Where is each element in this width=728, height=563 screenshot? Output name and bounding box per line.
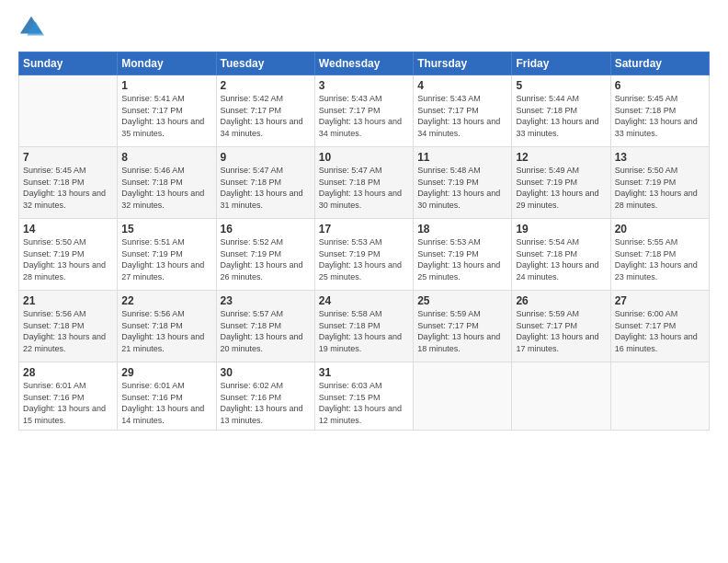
day-info: Sunrise: 5:51 AMSunset: 7:19 PMDaylight:… (121, 237, 204, 282)
day-number: 30 (221, 366, 311, 379)
day-number: 8 (121, 151, 211, 164)
calendar-day-cell: 19Sunrise: 5:54 AMSunset: 7:18 PMDayligh… (512, 219, 610, 291)
calendar-week-row: 21Sunrise: 5:56 AMSunset: 7:18 PMDayligh… (19, 291, 710, 362)
calendar-day-cell: 23Sunrise: 5:57 AMSunset: 7:18 PMDayligh… (216, 291, 314, 362)
calendar-day-cell: 1Sunrise: 5:41 AMSunset: 7:17 PMDaylight… (118, 75, 216, 147)
day-info: Sunrise: 5:52 AMSunset: 7:19 PMDaylight:… (221, 237, 303, 282)
day-info: Sunrise: 5:45 AMSunset: 7:18 PMDaylight:… (23, 166, 106, 210)
calendar-day-cell: 18Sunrise: 5:53 AMSunset: 7:19 PMDayligh… (414, 219, 512, 291)
calendar-day-cell: 22Sunrise: 5:56 AMSunset: 7:18 PMDayligh… (118, 291, 216, 362)
day-info: Sunrise: 5:50 AMSunset: 7:19 PMDaylight:… (23, 237, 106, 282)
day-info: Sunrise: 6:01 AMSunset: 7:16 PMDaylight:… (23, 381, 106, 425)
day-info: Sunrise: 5:59 AMSunset: 7:17 PMDaylight:… (417, 309, 500, 353)
calendar-day-cell (19, 75, 118, 147)
calendar-day-cell: 13Sunrise: 5:50 AMSunset: 7:19 PMDayligh… (610, 147, 709, 219)
calendar-day-cell: 24Sunrise: 5:58 AMSunset: 7:18 PMDayligh… (314, 291, 413, 362)
calendar-week-row: 7Sunrise: 5:45 AMSunset: 7:18 PMDaylight… (19, 147, 710, 219)
day-info: Sunrise: 5:44 AMSunset: 7:18 PMDaylight:… (516, 94, 598, 138)
day-number: 28 (23, 366, 113, 379)
day-info: Sunrise: 5:43 AMSunset: 7:17 PMDaylight:… (417, 94, 500, 138)
calendar-day-cell: 30Sunrise: 6:02 AMSunset: 7:16 PMDayligh… (216, 362, 314, 431)
day-number: 10 (319, 151, 409, 164)
day-number: 17 (319, 223, 409, 236)
calendar-day-cell: 7Sunrise: 5:45 AMSunset: 7:18 PMDaylight… (19, 147, 118, 219)
day-number: 16 (221, 223, 311, 236)
day-number: 5 (516, 79, 606, 92)
calendar-day-cell: 4Sunrise: 5:43 AMSunset: 7:17 PMDaylight… (414, 75, 512, 147)
day-number: 15 (121, 223, 211, 236)
header (18, 15, 710, 40)
weekday-header: Friday (512, 52, 610, 75)
day-number: 3 (319, 79, 409, 92)
calendar-day-cell: 10Sunrise: 5:47 AMSunset: 7:18 PMDayligh… (314, 147, 413, 219)
day-number: 22 (121, 294, 211, 307)
day-number: 11 (417, 151, 507, 164)
day-number: 14 (23, 223, 113, 236)
calendar-day-cell: 26Sunrise: 5:59 AMSunset: 7:17 PMDayligh… (512, 291, 610, 362)
day-info: Sunrise: 5:47 AMSunset: 7:18 PMDaylight:… (319, 166, 402, 210)
day-info: Sunrise: 5:45 AMSunset: 7:18 PMDaylight:… (615, 94, 698, 138)
day-info: Sunrise: 6:00 AMSunset: 7:17 PMDaylight:… (615, 309, 698, 353)
day-number: 4 (417, 79, 507, 92)
day-info: Sunrise: 5:46 AMSunset: 7:18 PMDaylight:… (121, 166, 204, 210)
day-number: 20 (615, 223, 705, 236)
calendar-day-cell: 28Sunrise: 6:01 AMSunset: 7:16 PMDayligh… (19, 362, 118, 431)
day-info: Sunrise: 5:50 AMSunset: 7:19 PMDaylight:… (615, 166, 698, 210)
calendar-day-cell: 14Sunrise: 5:50 AMSunset: 7:19 PMDayligh… (19, 219, 118, 291)
day-info: Sunrise: 6:01 AMSunset: 7:16 PMDaylight:… (121, 381, 204, 425)
calendar-day-cell: 16Sunrise: 5:52 AMSunset: 7:19 PMDayligh… (216, 219, 314, 291)
day-info: Sunrise: 5:58 AMSunset: 7:18 PMDaylight:… (319, 309, 402, 353)
logo-icon (18, 15, 44, 40)
day-number: 29 (121, 366, 211, 379)
day-number: 26 (516, 294, 606, 307)
calendar-day-cell: 11Sunrise: 5:48 AMSunset: 7:19 PMDayligh… (414, 147, 512, 219)
weekday-header: Monday (118, 52, 216, 75)
day-number: 12 (516, 151, 606, 164)
calendar-day-cell: 21Sunrise: 5:56 AMSunset: 7:18 PMDayligh… (19, 291, 118, 362)
calendar-day-cell (414, 362, 512, 431)
weekday-header: Wednesday (314, 52, 413, 75)
day-info: Sunrise: 5:55 AMSunset: 7:18 PMDaylight:… (615, 237, 698, 282)
weekday-header: Thursday (414, 52, 512, 75)
day-info: Sunrise: 5:53 AMSunset: 7:19 PMDaylight:… (417, 237, 500, 282)
day-info: Sunrise: 5:49 AMSunset: 7:19 PMDaylight:… (516, 166, 598, 210)
day-number: 7 (23, 151, 113, 164)
day-info: Sunrise: 5:56 AMSunset: 7:18 PMDaylight:… (121, 309, 204, 353)
weekday-header: Sunday (19, 52, 118, 75)
weekday-header: Tuesday (216, 52, 314, 75)
day-number: 6 (615, 79, 705, 92)
day-info: Sunrise: 5:42 AMSunset: 7:17 PMDaylight:… (221, 94, 303, 138)
calendar-week-row: 28Sunrise: 6:01 AMSunset: 7:16 PMDayligh… (19, 362, 710, 431)
day-info: Sunrise: 5:56 AMSunset: 7:18 PMDaylight:… (23, 309, 106, 353)
day-info: Sunrise: 5:53 AMSunset: 7:19 PMDaylight:… (319, 237, 402, 282)
logo (18, 15, 48, 40)
calendar-day-cell: 20Sunrise: 5:55 AMSunset: 7:18 PMDayligh… (610, 219, 709, 291)
calendar-day-cell: 25Sunrise: 5:59 AMSunset: 7:17 PMDayligh… (414, 291, 512, 362)
day-number: 21 (23, 294, 113, 307)
calendar-day-cell: 2Sunrise: 5:42 AMSunset: 7:17 PMDaylight… (216, 75, 314, 147)
day-number: 9 (221, 151, 311, 164)
weekday-header: Saturday (610, 52, 709, 75)
day-info: Sunrise: 5:43 AMSunset: 7:17 PMDaylight:… (319, 94, 402, 138)
calendar-day-cell: 17Sunrise: 5:53 AMSunset: 7:19 PMDayligh… (314, 219, 413, 291)
day-number: 27 (615, 294, 705, 307)
calendar-table: SundayMondayTuesdayWednesdayThursdayFrid… (18, 52, 710, 431)
day-info: Sunrise: 5:54 AMSunset: 7:18 PMDaylight:… (516, 237, 598, 282)
day-info: Sunrise: 5:48 AMSunset: 7:19 PMDaylight:… (417, 166, 500, 210)
day-info: Sunrise: 5:41 AMSunset: 7:17 PMDaylight:… (121, 94, 204, 138)
day-number: 24 (319, 294, 409, 307)
day-info: Sunrise: 5:59 AMSunset: 7:17 PMDaylight:… (516, 309, 598, 353)
day-number: 2 (221, 79, 311, 92)
day-number: 18 (417, 223, 507, 236)
day-number: 19 (516, 223, 606, 236)
calendar-day-cell (610, 362, 709, 431)
calendar-day-cell: 6Sunrise: 5:45 AMSunset: 7:18 PMDaylight… (610, 75, 709, 147)
day-info: Sunrise: 5:47 AMSunset: 7:18 PMDaylight:… (221, 166, 303, 210)
day-number: 1 (121, 79, 211, 92)
calendar-day-cell (512, 362, 610, 431)
page-container: SundayMondayTuesdayWednesdayThursdayFrid… (0, 0, 728, 440)
day-number: 13 (615, 151, 705, 164)
day-number: 25 (417, 294, 507, 307)
calendar-day-cell: 29Sunrise: 6:01 AMSunset: 7:16 PMDayligh… (118, 362, 216, 431)
calendar-day-cell: 27Sunrise: 6:00 AMSunset: 7:17 PMDayligh… (610, 291, 709, 362)
